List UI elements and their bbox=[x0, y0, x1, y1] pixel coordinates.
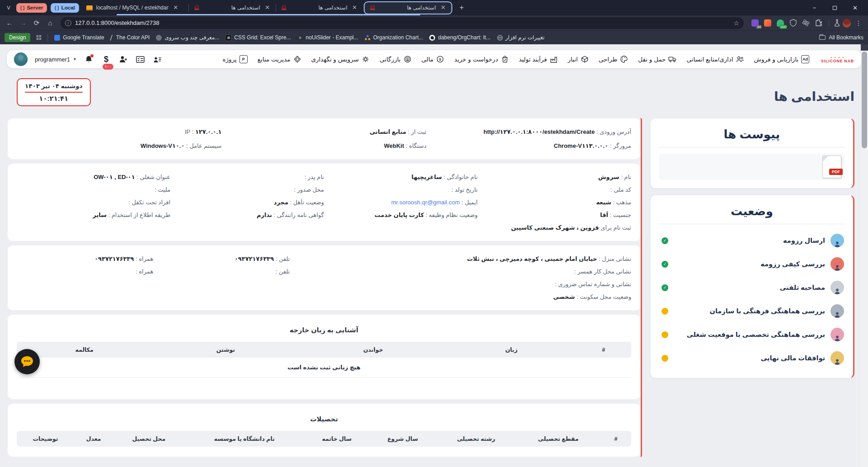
tab-search-icon[interactable]: ᐯ bbox=[3, 2, 14, 14]
user-avatar[interactable] bbox=[14, 52, 28, 66]
menu-warehouse[interactable]: انبار bbox=[568, 55, 588, 63]
browser-toolbar: ← → ⟳ ⌂ i 127.0.0.1:8000/estekhdam/2738 … bbox=[0, 15, 868, 30]
status-pending-icon bbox=[662, 355, 668, 362]
tab-estekhdam-active[interactable]: استخدامی ها ✕ bbox=[364, 1, 452, 14]
add-person-icon[interactable] bbox=[118, 54, 128, 64]
chat-widget-button[interactable] bbox=[14, 349, 40, 374]
logo-text: SILICONE NAB bbox=[821, 59, 854, 63]
tab-group-server[interactable]: ( ) Server bbox=[16, 3, 47, 13]
new-tab-button[interactable]: + bbox=[456, 2, 468, 14]
tab-title: استخدامی ها bbox=[203, 5, 260, 11]
menu-commerce[interactable]: $ بازرگانی bbox=[380, 55, 411, 63]
bookmark-item[interactable]: معرفی چند وب سروی... bbox=[156, 34, 219, 41]
email-link[interactable]: mr.soroosh.qr@gmail.com bbox=[391, 199, 460, 206]
menu-service-maintenance[interactable]: سرویس و نگهداری bbox=[311, 55, 370, 63]
shield-icon[interactable] bbox=[789, 19, 797, 27]
color-api-icon bbox=[110, 35, 114, 41]
url-text[interactable]: 127.0.0.1:8000/estekhdam/2738 bbox=[75, 19, 730, 26]
factory-icon bbox=[549, 55, 558, 63]
folder-icon bbox=[819, 35, 826, 40]
logo-dots-icon: •·•·•·• bbox=[830, 56, 845, 59]
bookmark-item[interactable]: S noUiSlider - Exampl... bbox=[297, 34, 358, 41]
gear-icon bbox=[361, 55, 370, 63]
home-icon[interactable]: ⌂ bbox=[44, 17, 56, 29]
education-card: تحصیلات # مقطع تحصیلی رشته تحصیلی سال شر… bbox=[7, 403, 641, 457]
bookmark-item[interactable]: Google Translate bbox=[54, 34, 104, 41]
site-info-icon[interactable]: i bbox=[65, 20, 71, 26]
bookmark-item[interactable]: تغییرات نرم افزار bbox=[497, 34, 545, 41]
page-scrollbar[interactable] bbox=[861, 44, 868, 467]
palette-icon bbox=[620, 55, 628, 63]
window-close-button[interactable]: ✕ bbox=[845, 0, 865, 15]
bookmark-design-folder[interactable]: Design bbox=[5, 33, 30, 42]
tab-phpmyadmin[interactable]: localhost / MySQL / estekhdam ✕ bbox=[81, 0, 188, 15]
menu-resource-management[interactable]: مدیریت منابع bbox=[258, 55, 301, 63]
register-for-line: ثبت نام برای قزوین ، شهرک صنعتی کاسپین bbox=[17, 224, 631, 231]
status-item-final-financial: توافقات مالی نهایی bbox=[659, 346, 845, 370]
people-icon bbox=[736, 55, 744, 63]
tab-close-icon[interactable]: ✕ bbox=[264, 4, 271, 11]
attachments-strip: PDF bbox=[659, 154, 845, 180]
menu-transport[interactable]: حمل و نقل bbox=[638, 55, 676, 63]
notifications-bell-icon[interactable] bbox=[84, 54, 94, 64]
tab-group-local[interactable]: ( ) Local bbox=[51, 3, 79, 13]
identity-card: نامسروش نام خانوادگیساغریچیها نام پدر عن… bbox=[7, 163, 641, 241]
browser-profile-avatar[interactable] bbox=[843, 19, 851, 27]
globe-icon bbox=[497, 35, 503, 41]
window-minimize-button[interactable]: − bbox=[804, 0, 825, 15]
education-table: # مقطع تحصیلی رشته تحصیلی سال شروع سال خ… bbox=[17, 431, 631, 447]
scrollbar-corner bbox=[861, 44, 868, 51]
status-illustration-icon bbox=[830, 281, 844, 294]
contacts-icon[interactable] bbox=[153, 54, 163, 64]
forward-icon[interactable]: → bbox=[17, 17, 29, 29]
menu-production[interactable]: فرآیند تولید bbox=[519, 55, 558, 63]
menu-design[interactable]: طراحی bbox=[599, 55, 629, 63]
tab-estekhdam-2[interactable]: استخدامی ها ✕ bbox=[276, 0, 363, 15]
status-illustration-icon bbox=[830, 351, 844, 365]
status-item-cultural-fit: بررسی هماهنگی فرهنگی با سازمان bbox=[659, 299, 845, 323]
nouislider-icon: S bbox=[297, 35, 303, 41]
extension-orange-icon[interactable] bbox=[764, 19, 772, 27]
menu-finance[interactable]: $ مالی bbox=[422, 55, 445, 63]
all-bookmarks-button[interactable]: All Bookmarks bbox=[819, 34, 863, 41]
back-icon[interactable]: ← bbox=[4, 17, 15, 29]
menu-admin-hr[interactable]: اداری/منابع انسانی bbox=[686, 55, 744, 63]
tab-close-icon[interactable]: ✕ bbox=[172, 4, 179, 11]
atom-icon[interactable] bbox=[802, 19, 810, 27]
apps-grid-icon[interactable] bbox=[37, 35, 41, 40]
menu-purchase-request[interactable]: درخواست و خرید bbox=[454, 55, 509, 63]
bookmark-item[interactable]: The Color API bbox=[111, 34, 150, 41]
extensions-puzzle-icon[interactable] bbox=[814, 19, 822, 27]
address-bar[interactable]: i 127.0.0.1:8000/estekhdam/2738 ☆ bbox=[61, 17, 744, 29]
chat-bubble-icon bbox=[20, 355, 34, 368]
window-maximize-button[interactable] bbox=[825, 0, 845, 15]
pdf-attachment-thumbnail[interactable]: PDF bbox=[822, 156, 841, 178]
tab-title: استخدامی ها bbox=[379, 5, 436, 11]
user-menu[interactable]: programmer1 ▼ bbox=[35, 56, 77, 63]
tab-close-icon[interactable]: ✕ bbox=[440, 4, 447, 11]
bookmark-item[interactable]: dabeng/OrgChart: It... bbox=[429, 34, 490, 41]
attachments-title: پیوست ها bbox=[659, 125, 845, 147]
bookmark-item[interactable]: Organization Chart... bbox=[365, 34, 423, 41]
menu-project[interactable]: P پروژه bbox=[223, 55, 248, 63]
menu-marketing-sales[interactable]: Ad بازاریابی و فروش bbox=[754, 55, 809, 63]
tab-title: localhost / MySQL / estekhdam bbox=[96, 5, 169, 11]
bookmark-item[interactable]: ⊞ CSS Grid: Excel Spre... bbox=[225, 34, 291, 41]
google-translate-icon bbox=[54, 35, 60, 41]
flask-icon[interactable] bbox=[833, 19, 841, 27]
reload-icon[interactable]: ⟳ bbox=[31, 17, 42, 29]
scrollbar-thumb[interactable] bbox=[862, 52, 867, 148]
extension-purple-icon[interactable]: 34 bbox=[751, 19, 759, 27]
money-icon[interactable]: $ ۱۰۰ bbox=[101, 54, 111, 64]
silicone-nab-logo[interactable]: •·•·•·• SILICONE NAB bbox=[821, 56, 854, 63]
tab-estekhdam-1[interactable]: استخدامی ها ✕ bbox=[189, 0, 276, 15]
clock-time: ۱۰:۲۱:۴۱ bbox=[25, 93, 83, 103]
status-title: وضعیت bbox=[659, 202, 845, 224]
bookmarks-bar: Design Google Translate The Color API مع… bbox=[0, 30, 868, 44]
status-illustration-icon bbox=[830, 234, 844, 247]
checklist-card-icon[interactable] bbox=[136, 54, 145, 64]
bookmark-star-icon[interactable]: ☆ bbox=[733, 19, 739, 27]
tab-close-icon[interactable]: ✕ bbox=[351, 4, 358, 11]
extension-green-icon[interactable]: 200 bbox=[776, 19, 784, 27]
browser-menu-icon[interactable]: ⋮ bbox=[853, 19, 864, 27]
